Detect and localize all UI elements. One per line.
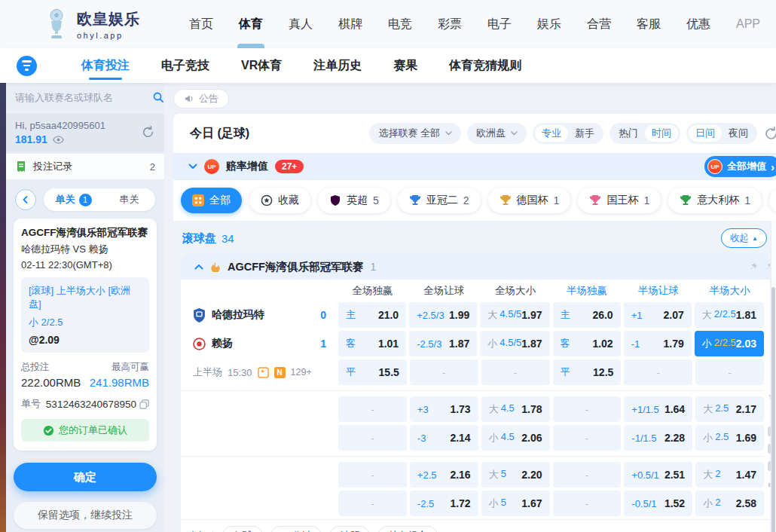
- odds-cell[interactable]: 大21.47: [695, 462, 764, 488]
- subnav-tab[interactable]: 体育投注: [66, 48, 145, 83]
- betslip-mode-toggle: 单关 1 串关: [44, 188, 155, 211]
- eye-icon[interactable]: [53, 136, 64, 144]
- league-tab[interactable]: 全部: [181, 188, 242, 213]
- odds-cell[interactable]: -0.5/11.52: [624, 491, 692, 516]
- odds-cell[interactable]: 小51.67: [481, 491, 550, 516]
- subnav-tab[interactable]: 电子竞技: [145, 48, 225, 83]
- filter-option[interactable]: 日间: [689, 125, 722, 142]
- league-tab[interactable]: 巴甲5: [769, 188, 776, 213]
- keep-selections-button[interactable]: 保留选项，继续投注: [14, 502, 157, 529]
- odds-cell[interactable]: 平12.5: [553, 359, 622, 385]
- odds-cell[interactable]: -32.14: [410, 425, 478, 451]
- topnav-item[interactable]: 合营: [574, 0, 624, 48]
- market-tab[interactable]: 角球: [222, 526, 263, 532]
- filter-option[interactable]: 专业: [535, 125, 568, 142]
- pin-icon[interactable]: [748, 262, 758, 272]
- search-icon[interactable]: [152, 91, 164, 103]
- all-boosts-button[interactable]: UP 全部增值 ›: [704, 156, 776, 177]
- refresh-odds-icon[interactable]: [763, 126, 776, 142]
- subnav-tab[interactable]: VR体育: [225, 48, 298, 83]
- odds-cell-selected[interactable]: 小2/2.52.03: [695, 331, 764, 356]
- topnav-item[interactable]: 优惠: [674, 0, 723, 48]
- topnav-item[interactable]: 真人: [276, 0, 325, 48]
- odds-cell-disabled: -: [410, 359, 478, 385]
- market-tab[interactable]: 特色组合: [377, 526, 438, 532]
- topnav-item[interactable]: 彩票: [425, 0, 475, 48]
- odds-cell[interactable]: 主26.0: [553, 302, 621, 328]
- league-select-dropdown[interactable]: 选择联赛 全部: [369, 123, 461, 144]
- back-button[interactable]: [15, 189, 36, 210]
- odds-cell[interactable]: 主21.0: [338, 302, 406, 328]
- odds-cell[interactable]: +31.73: [410, 396, 478, 422]
- league-tab[interactable]: 国王杯1: [578, 188, 661, 213]
- odds-cell[interactable]: -2.51.72: [410, 491, 478, 516]
- brand-logo[interactable]: 欧皇娱乐 ohyl.app: [44, 8, 140, 40]
- league-tab[interactable]: 收藏: [249, 188, 310, 213]
- odds-cell[interactable]: +12.07: [624, 302, 692, 328]
- filter-menu-icon[interactable]: [17, 56, 37, 76]
- parlay-bet-tab[interactable]: 串关: [103, 193, 155, 206]
- odds-cell[interactable]: 大52.20: [481, 462, 550, 488]
- topnav-item[interactable]: 首页: [176, 0, 226, 48]
- market-tab[interactable]: 15分钟: [270, 526, 322, 532]
- odds-cell[interactable]: -2.5/31.87: [409, 331, 477, 356]
- announcement-pill[interactable]: 公告: [173, 89, 229, 109]
- scrollbar-track[interactable]: [771, 221, 776, 532]
- odds-cell[interactable]: +0.5/12.51: [624, 462, 692, 488]
- odds-cell[interactable]: 平15.5: [338, 359, 407, 385]
- bet-records-row[interactable]: 投注记录 2: [6, 154, 164, 179]
- single-bet-tab[interactable]: 单关 1: [44, 193, 103, 206]
- subnav-tab[interactable]: 注单历史: [298, 48, 377, 83]
- odds-cell[interactable]: 小4.52.06: [481, 425, 550, 451]
- odds-cell-disabled: -: [338, 462, 407, 488]
- collapse-chevron-icon[interactable]: [188, 164, 197, 170]
- league-tab[interactable]: 意大利杯1: [668, 188, 762, 213]
- odds-cell[interactable]: 客1.02: [553, 331, 621, 356]
- odds-cell[interactable]: -1/1.52.28: [624, 425, 692, 451]
- live-flame-icon: [210, 261, 221, 272]
- league-tab[interactable]: 亚冠二2: [398, 188, 481, 213]
- handicap-type-dropdown[interactable]: 欧洲盘: [467, 123, 527, 144]
- filter-option[interactable]: 时间: [645, 125, 678, 142]
- search-input[interactable]: [15, 92, 148, 103]
- market-tab[interactable]: 波胆: [329, 526, 370, 532]
- odds-cell[interactable]: 大4.51.78: [481, 396, 550, 422]
- filter-option[interactable]: 热门: [612, 125, 645, 142]
- odds-cell[interactable]: 大4.5/51.97: [480, 302, 549, 328]
- copy-icon[interactable]: [139, 399, 149, 409]
- confirm-button[interactable]: 确定: [14, 463, 157, 491]
- live-market-count: 34: [221, 232, 234, 245]
- odds-cell[interactable]: +2.5/31.99: [409, 302, 477, 328]
- odds-cell[interactable]: +1/1.51.64: [624, 396, 692, 422]
- topnav-item[interactable]: 体育: [226, 0, 276, 48]
- refresh-balance-icon[interactable]: [141, 125, 155, 139]
- topnav-item[interactable]: APP: [723, 0, 773, 48]
- league-tab[interactable]: 德国杯1: [488, 188, 571, 213]
- odds-cell[interactable]: 大2.52.17: [695, 396, 764, 422]
- topnav-item[interactable]: 娱乐: [524, 0, 574, 48]
- odds-cell[interactable]: 小4.5/51.87: [480, 331, 549, 356]
- league-tab[interactable]: 英超5: [318, 188, 390, 213]
- collapse-button[interactable]: 收起 ▲: [721, 228, 767, 248]
- topnav-item[interactable]: 棋牌: [325, 0, 375, 48]
- odds-cell[interactable]: 大2/2.51.81: [695, 302, 764, 328]
- odds-cell[interactable]: 客1.01: [338, 331, 406, 356]
- subnav-tab[interactable]: 体育竞猜规则: [433, 48, 537, 83]
- row-group-divider: [181, 456, 764, 457]
- filter-option[interactable]: 新手: [568, 125, 601, 142]
- topnav-item[interactable]: 客服: [624, 0, 674, 48]
- collapse-chevron-up-icon[interactable]: [194, 264, 203, 270]
- pin-icon[interactable]: [764, 262, 770, 272]
- odds-cell[interactable]: 小22.58: [695, 491, 764, 516]
- odds-cell-disabled: -: [553, 491, 622, 516]
- subnav-tab[interactable]: 赛果: [377, 48, 433, 83]
- markets-count: 129+: [291, 367, 312, 378]
- scrollbar-thumb[interactable]: [771, 287, 775, 532]
- topnav-item[interactable]: 电竞: [375, 0, 425, 48]
- odds-cell[interactable]: +2.52.16: [410, 462, 478, 488]
- odds-cell[interactable]: -11.79: [624, 331, 692, 356]
- odds-cell-disabled: -: [553, 425, 622, 451]
- topnav-item[interactable]: 电子: [475, 0, 524, 48]
- filter-option[interactable]: 夜间: [722, 125, 755, 142]
- odds-cell[interactable]: 小2.51.69: [695, 425, 764, 451]
